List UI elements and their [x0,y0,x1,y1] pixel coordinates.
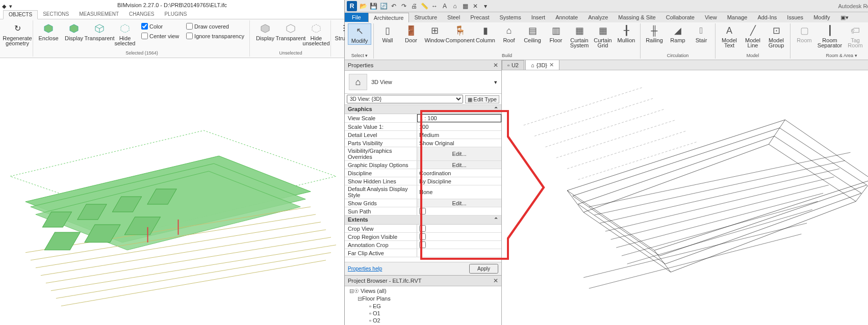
measure-icon[interactable]: 📏 [420,2,428,10]
bimvision-3d-viewport[interactable] [0,58,344,325]
val-gdo[interactable]: Edit... [417,161,501,169]
wall-button[interactable]: ▯Wall [376,23,399,44]
menu-massing[interactable]: Massing & Site [613,13,660,22]
regenerate-button[interactable]: ↻ Regenerate geometry [4,21,31,47]
mullion-button[interactable]: ╂Mullion [615,23,638,44]
val-vg[interactable]: Edit... [417,147,501,160]
text-icon[interactable]: A [441,2,449,10]
collapse-icon[interactable]: ⌃ [494,216,498,223]
dimension-icon[interactable]: ↔ [430,2,439,10]
ignoretransp-checkbox[interactable]: Ignore transparency [185,32,245,40]
menu-issues[interactable]: Issues [782,13,808,22]
enclose-button[interactable]: Enclose [36,21,61,42]
val-dads[interactable]: None [417,185,501,199]
edit-type-button[interactable]: ▦ Edit Type [465,95,499,103]
menu-systems[interactable]: Systems [494,13,526,22]
color-checkbox[interactable]: Color [140,22,180,30]
menu-insert[interactable]: Insert [526,13,551,22]
apply-button[interactable]: Apply [469,264,498,274]
tree-floorplans[interactable]: ⊟Floor Plans [347,295,499,303]
group-label-select[interactable]: Select ▾ [348,52,371,59]
undo-icon[interactable]: ↶ [390,2,398,10]
section-icon[interactable]: ▦ [461,2,469,10]
close-icon[interactable]: ✕ [493,62,498,69]
collapse-icon[interactable]: ⌃ [494,106,498,113]
menu-architecture[interactable]: Architecture [368,13,410,22]
menu-view[interactable]: View [700,13,722,22]
window-button[interactable]: ⊞Window [423,23,446,44]
viewtab-3d[interactable]: ⌂{3D}✕ [525,60,559,70]
modeltext-button[interactable]: AModel Text [718,23,741,49]
display-unsel-button[interactable]: Display [253,21,277,42]
floor-button[interactable]: ▥Floor [544,23,568,44]
val-farclip[interactable] [417,249,501,257]
revit-3d-viewport[interactable] [502,70,868,325]
open-icon[interactable]: 📂 [359,2,367,10]
transparent-sel-button[interactable]: Transparent [87,21,112,42]
close-inactive-icon[interactable]: ✕ [471,2,479,10]
ceiling-button[interactable]: ▤Ceiling [521,23,544,44]
val-detail[interactable]: Medium [417,131,501,139]
menu-file[interactable]: File [345,13,368,22]
menu-steel[interactable]: Steel [442,13,465,22]
menu-manage[interactable]: Manage [722,13,753,22]
column-button[interactable]: ▮Column [474,23,497,44]
val-discipline[interactable]: Coordination [417,169,501,177]
tab-sections[interactable]: SECTIONS [38,10,74,19]
close-icon[interactable]: ✕ [493,277,498,284]
modelgroup-button[interactable]: ⊡Model Group [764,23,788,49]
modelline-button[interactable]: ╱Model Line [741,23,764,49]
tab-changes[interactable]: CHANGES [124,10,159,19]
modify-button[interactable]: ↖Modify [348,23,371,45]
sync-icon[interactable]: 🔄 [379,2,388,10]
tree-level-o1[interactable]: ▫ O1 [347,310,499,317]
centerview-checkbox[interactable]: Center view [140,32,180,40]
save-icon[interactable]: 💾 [369,2,377,10]
ramp-button[interactable]: ◢Ramp [666,23,690,44]
tree-views[interactable]: ⊟☉ Views (all) [347,287,499,295]
val-cropview[interactable] [417,225,501,232]
stair-button[interactable]: 𓊍Stair [690,23,713,44]
curtainsys-button[interactable]: ▦Curtain System [568,23,591,49]
menu-analyze[interactable]: Analyze [583,13,613,22]
menu-finish-icon[interactable]: ▣▾ [835,13,854,22]
instance-selector[interactable]: 3D View: {3D} [347,95,463,103]
val-annocrop[interactable] [417,241,501,249]
menu-structure[interactable]: Structure [409,13,442,22]
tree-level-eg[interactable]: ▫ EG [347,303,499,310]
switch-win-icon[interactable]: ▾ [481,2,490,10]
tagroom-button[interactable]: 🏷Tag Room [844,23,867,49]
hide-unsel-button[interactable]: Hide unselected [304,21,328,47]
val-sunpath[interactable] [417,207,501,215]
roomsep-button[interactable]: ┃Room Separator [816,23,844,49]
railing-button[interactable]: ╫Railing [643,23,666,44]
redo-icon[interactable]: ↷ [400,2,408,10]
drawcovered-checkbox[interactable]: Draw covered [185,22,245,30]
close-icon[interactable]: ✕ [549,62,554,68]
viewtab-u2[interactable]: ▫U2 [502,60,524,70]
val-shl[interactable]: By Discipline [417,177,501,185]
val-viewscale[interactable]: 1 : 100 [417,114,501,122]
component-button[interactable]: 🪑Component [446,23,474,44]
properties-help-link[interactable]: Properties help [348,266,382,272]
menu-collaborate[interactable]: Collaborate [661,13,700,22]
val-grids[interactable]: Edit... [417,199,501,207]
curtaingrid-button[interactable]: ▦Curtain Grid [591,23,615,49]
menu-precast[interactable]: Precast [465,13,494,22]
tab-measurement[interactable]: MEASUREMENT [74,10,124,19]
display-sel-button[interactable]: Display [62,21,86,42]
room-button[interactable]: ▢Room [793,23,816,44]
tab-plugins[interactable]: PLUGINS [160,10,192,19]
tab-objects[interactable]: OBJECTS [3,10,38,19]
print-icon[interactable]: 🖨 [410,2,418,10]
tree-level-o2[interactable]: ▫ O2 [347,317,499,324]
type-selector[interactable]: ⌂ 3D View ▾ [345,71,501,94]
menu-modify[interactable]: Modify [808,13,835,22]
menu-addins[interactable]: Add-Ins [752,13,782,22]
val-cropregion[interactable] [417,233,501,240]
hide-sel-button[interactable]: Hide selected [113,21,137,47]
menu-annotate[interactable]: Annotate [550,13,583,22]
dropdown-icon[interactable]: ▾ [9,1,12,11]
door-button[interactable]: 🚪Door [399,23,423,44]
3d-icon[interactable]: ⌂ [451,2,459,10]
